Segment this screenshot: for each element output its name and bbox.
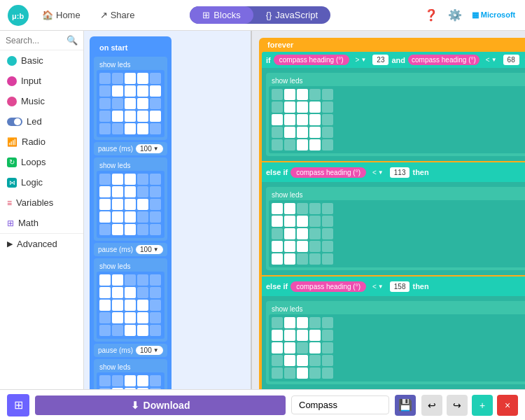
- editor-led-grid-2: [269, 200, 525, 267]
- sidebar-item-led[interactable]: Led: [0, 111, 83, 132]
- undo-button[interactable]: ↩: [421, 395, 442, 416]
- math-icon: ⊞: [7, 218, 14, 228]
- else-if-body-3: show leds: [262, 296, 525, 389]
- variables-icon: ≡: [7, 198, 12, 208]
- op-pill-2[interactable]: < ▼: [369, 167, 387, 178]
- dropdown-2: ▼: [378, 169, 384, 176]
- svg-text:μ:b: μ:b: [12, 12, 24, 20]
- editor-show-leds-3[interactable]: show leds: [266, 301, 525, 384]
- tab-blocks[interactable]: ⊞ Blocks: [190, 6, 253, 24]
- else-if-body-2: show leds: [262, 182, 525, 275]
- header: μ:b 🏠 Home ↗ Share ⊞ Blocks {} JavaScrip…: [0, 0, 525, 31]
- sidebar-item-variables[interactable]: ≡ Variables: [0, 192, 83, 213]
- download-button[interactable]: ⬇ Download: [35, 396, 286, 415]
- search-icon: 🔍: [66, 35, 78, 46]
- redo-icon: ↪: [453, 400, 461, 411]
- footer: ⊞ ⬇ Download 💾 ↩ ↪ + ×: [0, 389, 525, 420]
- op-pill-1c[interactable]: < ▼: [482, 55, 500, 65]
- op-pill-1b[interactable]: compass heading (°): [408, 55, 479, 65]
- dropdown-1a: ▼: [360, 57, 366, 63]
- help-button[interactable]: ❓: [421, 6, 441, 25]
- math-label: Math: [18, 218, 38, 228]
- loops-dot: ↻: [7, 158, 17, 167]
- sidebar-item-math[interactable]: ⊞ Math: [0, 213, 83, 233]
- editor-show-leds-2[interactable]: show leds: [266, 187, 525, 270]
- show-leds-block-3[interactable]: show leds: [94, 258, 167, 342]
- blocks-icon: ⊞: [202, 10, 210, 20]
- sidebar: 🔍 Basic Input Music Led 📶 Radio ↻ Loops: [0, 31, 84, 420]
- search-box: 🔍: [0, 31, 83, 50]
- home-icon: 🏠: [42, 10, 53, 20]
- op-pill-3[interactable]: < ▼: [369, 281, 387, 292]
- share-icon: ↗: [100, 10, 108, 20]
- editor-led-grid-3: [269, 314, 525, 382]
- pause-val-1[interactable]: 100 ▼: [136, 144, 163, 153]
- sidebar-item-basic[interactable]: Basic: [0, 50, 83, 71]
- logic-dot: ⋈: [7, 178, 17, 188]
- dropdown-arrow-2: ▼: [153, 246, 159, 253]
- if-body-1: show leds: [262, 68, 525, 161]
- if-row-1: if compass heading (°) > ▼ 23 and compas…: [262, 52, 525, 68]
- editor-show-leds-1[interactable]: show leds: [266, 73, 525, 156]
- pause-block-3[interactable]: pause (ms) 100 ▼: [94, 344, 167, 357]
- forever-block[interactable]: forever if compass heading (°) > ▼ 23 an…: [259, 38, 525, 420]
- if-keyword-1: if: [266, 56, 271, 64]
- led-icon: [7, 118, 22, 126]
- else-if-keyword-3: else if: [266, 282, 288, 290]
- show-leds-label-3: show leds: [97, 261, 164, 272]
- save-icon: 💾: [398, 398, 412, 412]
- sidebar-item-music[interactable]: Music: [0, 91, 83, 111]
- save-button[interactable]: 💾: [395, 395, 416, 416]
- else-if-block-2[interactable]: else if compass heading (°) < ▼ 113 then…: [262, 162, 525, 275]
- dropdown-3: ▼: [378, 284, 384, 290]
- editor-panel: forever if compass heading (°) > ▼ 23 an…: [252, 31, 525, 420]
- show-leds-block-1[interactable]: show leds: [94, 57, 167, 140]
- simulator-button[interactable]: ⊞: [7, 394, 29, 416]
- search-input[interactable]: [6, 36, 64, 46]
- condition-pill-2[interactable]: compass heading (°): [290, 167, 366, 178]
- zoom-out-icon: ×: [505, 400, 510, 411]
- zoom-in-button[interactable]: +: [472, 395, 493, 416]
- condition-pill-1[interactable]: compass heading (°): [274, 55, 349, 65]
- microsoft-logo: ▦ Microsoft: [469, 6, 518, 25]
- basic-label: Basic: [21, 55, 43, 66]
- on-start-header: on start: [94, 41, 167, 55]
- pause-block-1[interactable]: pause (ms) 100 ▼: [94, 142, 167, 155]
- zoom-out-button[interactable]: ×: [497, 395, 518, 416]
- redo-button[interactable]: ↪: [447, 395, 468, 416]
- if-block-1[interactable]: if compass heading (°) > ▼ 23 and compas…: [262, 52, 525, 161]
- sidebar-item-input[interactable]: Input: [0, 71, 83, 91]
- pause-label-1: pause (ms): [98, 145, 133, 153]
- radio-label: Radio: [22, 136, 46, 147]
- show-leds-label-4: show leds: [97, 362, 164, 372]
- advanced-label: Advanced: [17, 239, 57, 249]
- sidebar-item-advanced[interactable]: ▶ Advanced: [0, 233, 83, 254]
- input-label: Input: [21, 76, 41, 86]
- op-pill-1a[interactable]: > ▼: [352, 55, 370, 65]
- basic-dot: [7, 56, 17, 66]
- music-label: Music: [21, 96, 45, 106]
- sidebar-item-logic[interactable]: ⋈ Logic: [0, 172, 83, 192]
- sidebar-item-loops[interactable]: ↻ Loops: [0, 152, 83, 172]
- dropdown-arrow-1: ▼: [153, 146, 159, 152]
- undo-icon: ↩: [428, 400, 436, 411]
- led-grid-2: [97, 171, 164, 238]
- share-button[interactable]: ↗ Share: [93, 7, 142, 23]
- pause-val-2[interactable]: 100 ▼: [136, 245, 163, 254]
- home-label: Home: [56, 10, 80, 20]
- project-name-input[interactable]: [291, 396, 389, 414]
- home-button[interactable]: 🏠 Home: [35, 7, 88, 23]
- show-leds-block-2[interactable]: show leds: [94, 158, 167, 241]
- settings-button[interactable]: ⚙️: [445, 6, 465, 25]
- led-grid-3: [97, 272, 164, 339]
- pause-val-3[interactable]: 100 ▼: [136, 346, 163, 355]
- sidebar-item-radio[interactable]: 📶 Radio: [0, 132, 83, 152]
- on-start-block[interactable]: on start show leds pause (ms) 100 ▼: [90, 36, 172, 420]
- pause-block-2[interactable]: pause (ms) 100 ▼: [94, 243, 167, 256]
- tab-javascript[interactable]: {} JavaScript: [253, 6, 330, 24]
- show-leds-label-2: show leds: [97, 160, 164, 171]
- tab-group: ⊞ Blocks {} JavaScript: [190, 6, 330, 24]
- led-grid-1: [97, 70, 164, 137]
- else-if-block-3[interactable]: else if compass heading (°) < ▼ 158 then…: [262, 276, 525, 389]
- condition-pill-3[interactable]: compass heading (°): [290, 281, 366, 292]
